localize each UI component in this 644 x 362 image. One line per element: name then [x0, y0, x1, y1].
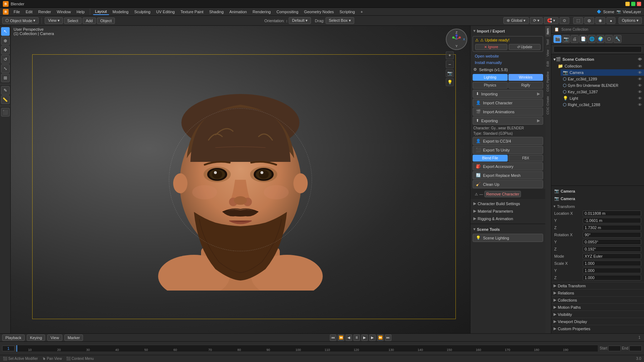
marker-btn[interactable]: Marker: [64, 334, 83, 341]
prev-key-btn[interactable]: ⏪: [338, 334, 344, 341]
viewport-display-row[interactable]: ▶ Viewport Display: [551, 318, 644, 325]
tree-gym-bro[interactable]: ⬡ Gym Bro Underwear BLENDER 👁: [561, 82, 644, 89]
rot-x-value[interactable]: 90°: [583, 232, 641, 238]
wireframe-btn[interactable]: ⬚: [573, 17, 583, 24]
output-prop-icon[interactable]: 🖨: [571, 35, 579, 43]
workspace-modeling[interactable]: Modeling: [111, 9, 131, 15]
open-website-btn[interactable]: Open website: [473, 53, 543, 59]
add-btn[interactable]: Add: [83, 18, 96, 24]
object-mode-btn[interactable]: ⬡ Object Mode ▾: [2, 17, 39, 24]
select-btn[interactable]: Select: [64, 18, 82, 24]
ignore-btn[interactable]: ✕ Ignore: [475, 44, 507, 50]
scene-lighting-btn[interactable]: 💡 Scene Lighting: [473, 234, 543, 242]
render-prop-icon[interactable]: 📷: [562, 35, 570, 43]
scene-tools-header[interactable]: ▾ Scene Tools: [470, 225, 545, 233]
rot-y-value[interactable]: 0.0953°: [583, 239, 641, 245]
vtab-edit[interactable]: Edit: [545, 59, 551, 69]
add-cube-tool[interactable]: ⬛: [1, 108, 10, 116]
jump-start-btn[interactable]: ⏮: [330, 334, 336, 341]
lighting-tab[interactable]: Lighting: [473, 74, 508, 81]
scale-z-value[interactable]: 1.000: [583, 275, 641, 281]
close-button[interactable]: ×: [637, 2, 641, 6]
rigify-tab[interactable]: Rigify: [508, 82, 543, 89]
object-btn[interactable]: Object: [97, 18, 115, 24]
workspace-add[interactable]: +: [358, 9, 365, 15]
wrinkles-tab[interactable]: Wrinkles: [508, 74, 543, 81]
material-params-row[interactable]: ▶ Material Parameters: [470, 207, 545, 215]
keying-btn[interactable]: Keying: [27, 334, 45, 341]
menu-file[interactable]: File: [11, 9, 22, 15]
rigging-animation-row[interactable]: ▶ Rigging & Animation: [470, 215, 545, 222]
orientation-default[interactable]: Default ▾: [289, 17, 311, 24]
viewport[interactable]: User Perspective (1) Collection | Camera: [11, 26, 470, 333]
import-export-header[interactable]: ▾ Import / Export: [470, 27, 545, 35]
visibility-row[interactable]: ▶ Visibility: [551, 311, 644, 318]
jump-end-btn[interactable]: ⏭: [385, 334, 391, 341]
end-frame-input[interactable]: 250: [629, 346, 642, 351]
zoom-in-btn[interactable]: +: [446, 51, 454, 59]
export-accessory-btn[interactable]: 🎒 Export Accessory: [473, 162, 543, 170]
delta-transform-row[interactable]: ▶ Delta Transform: [551, 282, 644, 289]
workspace-uv-editing[interactable]: UV Editing: [154, 9, 177, 15]
gym-bro-eye[interactable]: 👁: [638, 83, 642, 88]
tree-light[interactable]: 💡 Light 👁: [561, 95, 644, 101]
scene-data-prop-icon[interactable]: 🌐: [588, 35, 596, 43]
transform-pivot[interactable]: ⟳ ▾: [530, 17, 543, 24]
world-prop-icon[interactable]: 🌍: [596, 35, 604, 43]
import-character-btn[interactable]: 👤 Import Character: [473, 99, 543, 107]
custom-properties-row[interactable]: ▶ Custom Properties: [551, 325, 644, 332]
current-frame-input[interactable]: 1: [2, 346, 15, 351]
solid-btn[interactable]: ◍: [584, 17, 594, 24]
char-build-settings-row[interactable]: ▶ Character Build Settings: [470, 200, 545, 207]
collection-item[interactable]: 📁 Collection 👁: [556, 63, 644, 69]
coll-eye[interactable]: 👁: [638, 64, 642, 68]
tree-camera[interactable]: 📷 Camera 👁: [561, 69, 644, 76]
rendered-btn[interactable]: ●: [606, 17, 615, 24]
view-btn[interactable]: View ▾: [45, 17, 63, 24]
import-animations-btn[interactable]: 🎬 Import Animations: [473, 108, 543, 116]
importing-row[interactable]: ⬇ Importing ▶: [473, 90, 543, 98]
install-manually-btn[interactable]: Install manually: [473, 60, 543, 65]
cleanup-btn[interactable]: 🧹 Clean Up: [473, 180, 543, 188]
workspace-texture-paint[interactable]: Texture Paint: [178, 9, 205, 15]
maximize-button[interactable]: □: [631, 2, 635, 6]
transform-header[interactable]: ▾ Transform: [551, 203, 644, 210]
proportional-edit[interactable]: ⊙: [560, 17, 569, 24]
export-replace-mesh-btn[interactable]: 🔄 Export Replace Mesh: [473, 171, 543, 179]
workspace-scripting[interactable]: Scripting: [337, 9, 357, 15]
remove-char-btn[interactable]: Remove Character: [484, 191, 521, 197]
vtab-tool[interactable]: Tool: [545, 37, 551, 48]
collections-row[interactable]: ▶ Collections: [551, 296, 644, 303]
playback-btn[interactable]: Playback: [2, 334, 25, 341]
tree-right[interactable]: ⬡ Right_cc3iid_1288 👁: [561, 101, 644, 108]
prev-frame-btn[interactable]: ◀: [346, 334, 352, 341]
next-frame-btn[interactable]: ▶: [369, 334, 376, 341]
minimize-button[interactable]: –: [625, 2, 630, 6]
workspace-compositing[interactable]: Compositing: [274, 9, 301, 15]
obj-prop-icon[interactable]: ⬡: [605, 35, 613, 43]
workspace-animation[interactable]: Animation: [227, 9, 249, 15]
options-btn[interactable]: Options ▾: [619, 17, 642, 24]
drag-select-box[interactable]: Select Box ▾: [326, 17, 354, 24]
vtab-item[interactable]: Item: [545, 26, 551, 37]
update-btn[interactable]: ↺ Update: [509, 44, 541, 50]
navigation-widget[interactable]: Z X Y: [446, 29, 467, 50]
menu-render[interactable]: Render: [36, 9, 53, 15]
sc-eye[interactable]: 👁: [638, 57, 642, 61]
snap-btn[interactable]: 🧲 ▾: [544, 17, 558, 24]
material-btn[interactable]: ◉: [595, 17, 605, 24]
start-frame-input[interactable]: 1: [608, 346, 621, 351]
blend-file-tab[interactable]: Blend File: [473, 155, 508, 162]
annotate-tool[interactable]: ✎: [1, 86, 10, 95]
next-key-btn[interactable]: ⏩: [377, 334, 384, 341]
export-cc-btn[interactable]: 👤 Export to CC3/4: [473, 137, 543, 145]
scale-x-value[interactable]: 1.000: [583, 261, 641, 266]
mode-value[interactable]: XYZ Euler: [583, 253, 641, 259]
tree-key[interactable]: ⬡ Key_cc3iid_1287 👁: [561, 89, 644, 95]
vtab-ccic-pipeline[interactable]: CCIC Pipeline: [545, 69, 551, 94]
light-eye[interactable]: 👁: [638, 96, 642, 100]
zoom-out-btn[interactable]: –: [446, 60, 454, 68]
modifier-prop-icon[interactable]: 🔧: [614, 35, 621, 43]
measure-tool[interactable]: 📏: [1, 95, 10, 104]
physics-tab[interactable]: Physics: [473, 82, 508, 89]
